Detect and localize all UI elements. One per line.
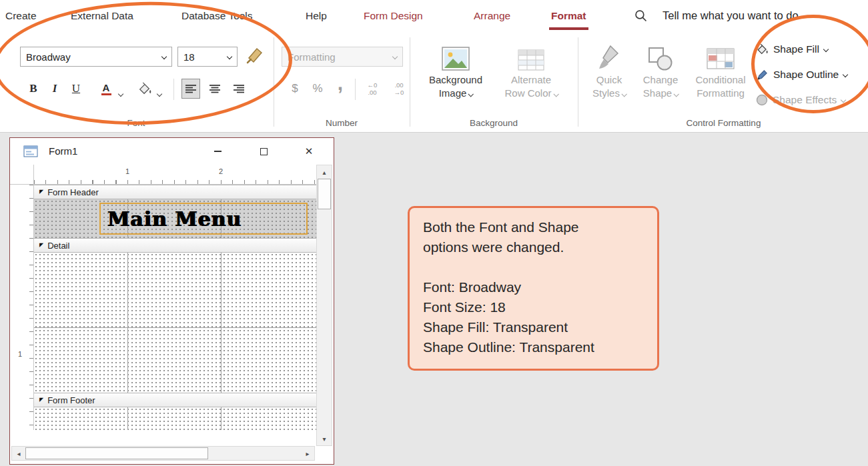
- table-rows-icon: [496, 39, 566, 71]
- form-header-section[interactable]: Main Menu: [34, 199, 316, 238]
- group-divider: [578, 37, 578, 127]
- tab-arrange[interactable]: Arrange: [474, 0, 510, 31]
- shapes-icon: [635, 39, 686, 71]
- ruler-mark-2: 2: [216, 167, 226, 175]
- callout-line: Shape Outline: Transparent: [423, 337, 644, 357]
- scroll-left-icon[interactable]: ◂: [12, 447, 25, 460]
- formatting-placeholder: Formatting: [288, 51, 336, 63]
- italic-button[interactable]: I: [45, 79, 64, 99]
- minimize-button[interactable]: [203, 138, 232, 165]
- alternate-row-color-button: Alternate Row Color: [496, 39, 566, 99]
- comma-format-button: ,: [331, 73, 350, 93]
- background-image-label2: Image: [422, 87, 490, 100]
- annotation-callout: Both the Font and Shape options were cha…: [408, 206, 659, 371]
- horizontal-scrollbar[interactable]: ◂ ▸: [11, 446, 315, 461]
- shape-fill-button[interactable]: Shape Fill: [756, 40, 828, 59]
- vertical-scroll-thumb[interactable]: [318, 179, 331, 209]
- main-menu-text: Main Menu: [107, 207, 242, 231]
- align-left-icon: [185, 84, 196, 93]
- tab-create[interactable]: Create: [5, 0, 37, 31]
- shape-effects-icon: [756, 94, 768, 106]
- ribbon: Create External Data Database Tools Help…: [0, 0, 868, 133]
- scroll-up-icon[interactable]: ▴: [317, 165, 332, 179]
- vertical-scrollbar[interactable]: ▴ ▾: [316, 165, 332, 446]
- form-footer-bar[interactable]: ◤ Form Footer: [34, 393, 316, 407]
- ruler-corner: [10, 165, 34, 185]
- bold-button[interactable]: B: [24, 79, 43, 99]
- chevron-down-icon: [841, 97, 846, 103]
- conditional-formatting-label: Conditional: [689, 73, 753, 87]
- tell-me-box[interactable]: Tell me what you want to do: [663, 0, 799, 31]
- background-image-button[interactable]: Background Image: [422, 39, 490, 99]
- tab-database-tools[interactable]: Database Tools: [181, 0, 253, 31]
- align-center-button[interactable]: [205, 79, 224, 99]
- alternate-row-label: Alternate: [496, 73, 566, 87]
- font-name-combobox[interactable]: Broadway: [20, 47, 172, 67]
- callout-line: Shape Fill: Transparent: [423, 317, 644, 337]
- increase-decimal-icon: .00: [387, 81, 411, 89]
- font-size-value: 18: [183, 51, 195, 63]
- chevron-down-icon: [392, 54, 398, 59]
- quick-styles-label: Quick: [586, 73, 632, 87]
- detail-bar[interactable]: ◤ Detail: [34, 238, 316, 253]
- font-color-button[interactable]: A: [95, 79, 117, 99]
- divider: [173, 79, 174, 100]
- paint-bucket-icon: [137, 82, 152, 95]
- number-group-label: Number: [275, 118, 408, 128]
- grid-line: [127, 253, 128, 393]
- grid-line: [127, 407, 128, 430]
- grid-line: [34, 327, 316, 328]
- form-header-bar[interactable]: ◤ Form Header: [34, 185, 316, 199]
- underline-button[interactable]: U: [67, 79, 85, 99]
- grid-line: [221, 253, 222, 393]
- currency-format-button: $: [286, 79, 304, 99]
- font-size-combobox[interactable]: 18: [177, 47, 238, 67]
- scroll-right-icon[interactable]: ▸: [301, 447, 314, 460]
- change-shape-button: Change Shape: [635, 39, 686, 99]
- scroll-down-icon[interactable]: ▾: [317, 432, 332, 445]
- control-formatting-group-label: Control Formatting: [579, 118, 868, 128]
- close-button[interactable]: ✕: [294, 138, 324, 165]
- section-arrow-icon: ◤: [39, 189, 43, 195]
- shape-outline-button[interactable]: Shape Outline: [756, 65, 847, 84]
- tab-form-design[interactable]: Form Design: [364, 0, 423, 31]
- shape-effects-button: Shape Effects: [756, 91, 845, 109]
- callout-line: options were changed.: [423, 237, 644, 257]
- font-color-icon: A: [101, 83, 111, 95]
- vertical-ruler: 1: [10, 185, 34, 430]
- group-divider: [410, 37, 410, 127]
- detail-section[interactable]: [34, 253, 316, 393]
- minimize-icon: [214, 151, 222, 152]
- font-name-value: Broadway: [26, 51, 71, 63]
- divider: [355, 79, 356, 100]
- group-divider: [274, 37, 274, 127]
- align-left-button[interactable]: [181, 79, 200, 99]
- fill-color-button[interactable]: [133, 79, 156, 99]
- tab-format[interactable]: Format: [551, 0, 586, 31]
- callout-line: Font: Broadway: [423, 277, 644, 297]
- search-icon[interactable]: [634, 9, 648, 25]
- alternate-row-label2: Row Color: [496, 87, 566, 100]
- align-center-icon: [209, 84, 220, 93]
- main-menu-label-control[interactable]: Main Menu: [99, 203, 308, 235]
- detail-label: Detail: [47, 241, 69, 251]
- align-right-button[interactable]: [230, 79, 248, 99]
- decrease-decimal-icon: ←0: [360, 81, 384, 89]
- quick-styles-label2: Styles: [586, 87, 632, 100]
- form-design-window: Form1 ✕ 1 2 1 ◤ Form Header Main Menu: [9, 137, 334, 465]
- format-painter-icon[interactable]: [244, 44, 266, 68]
- tab-external-data[interactable]: External Data: [71, 0, 133, 31]
- chevron-down-icon[interactable]: [119, 87, 123, 99]
- form-footer-section[interactable]: [34, 407, 316, 430]
- horizontal-scroll-thumb[interactable]: [25, 447, 208, 459]
- chevron-down-icon[interactable]: [157, 87, 161, 99]
- shape-effects-label: Shape Effects: [773, 94, 837, 106]
- chevron-down-icon: [843, 72, 848, 77]
- grid-line: [221, 407, 222, 430]
- tab-help[interactable]: Help: [306, 0, 327, 31]
- maximize-button[interactable]: [249, 138, 278, 165]
- chevron-down-icon: [227, 54, 232, 59]
- maximize-icon: [260, 148, 268, 155]
- conditional-formatting-icon: [689, 39, 753, 71]
- window-title-bar[interactable]: Form1 ✕: [10, 138, 334, 165]
